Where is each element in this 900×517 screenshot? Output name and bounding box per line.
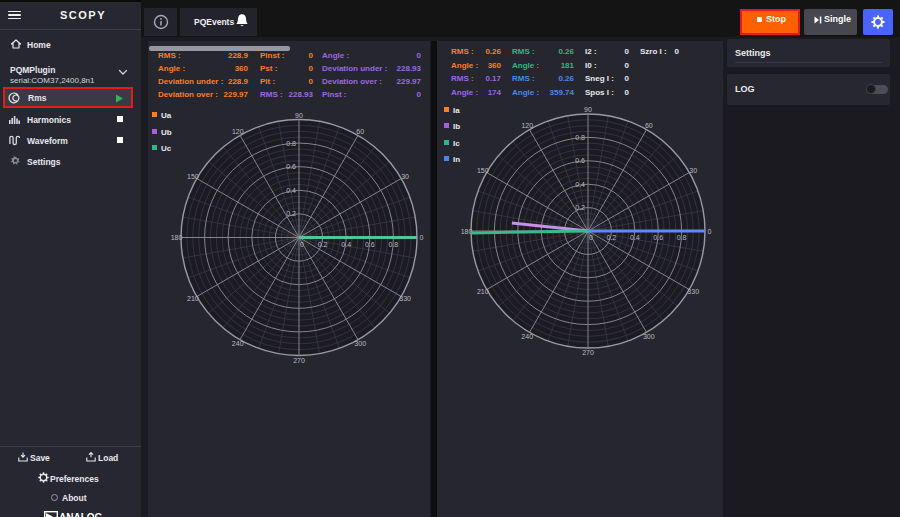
svg-text:240: 240 — [521, 333, 533, 340]
svg-text:0.8: 0.8 — [575, 134, 585, 141]
svg-text:60: 60 — [356, 128, 364, 135]
svg-text:60: 60 — [645, 122, 653, 129]
svg-text:120: 120 — [521, 122, 533, 129]
svg-text:0.6: 0.6 — [575, 157, 585, 164]
svg-text:0.4: 0.4 — [575, 181, 585, 188]
svg-text:0.8: 0.8 — [677, 234, 687, 241]
svg-text:0: 0 — [589, 234, 593, 241]
svg-text:0.6: 0.6 — [653, 234, 663, 241]
svg-text:0.2: 0.2 — [286, 210, 296, 217]
svg-text:270: 270 — [582, 349, 594, 356]
svg-text:210: 210 — [187, 295, 199, 302]
svg-text:90: 90 — [584, 106, 592, 113]
svg-text:30: 30 — [401, 173, 409, 180]
svg-text:150: 150 — [187, 173, 199, 180]
svg-text:0.2: 0.2 — [607, 234, 617, 241]
svg-text:0.2: 0.2 — [575, 204, 585, 211]
svg-text:180: 180 — [461, 228, 473, 235]
svg-text:240: 240 — [232, 340, 244, 347]
svg-text:300: 300 — [643, 333, 655, 340]
svg-text:0.6: 0.6 — [365, 241, 375, 248]
svg-text:0.4: 0.4 — [286, 187, 296, 194]
svg-text:300: 300 — [354, 340, 366, 347]
svg-text:0: 0 — [300, 241, 304, 248]
svg-text:0.2: 0.2 — [318, 241, 328, 248]
svg-text:90: 90 — [295, 112, 303, 119]
svg-text:0.6: 0.6 — [286, 163, 296, 170]
svg-text:0: 0 — [708, 228, 712, 235]
svg-text:0.8: 0.8 — [286, 140, 296, 147]
svg-text:0.8: 0.8 — [389, 241, 399, 248]
svg-text:180: 180 — [171, 234, 183, 241]
svg-text:30: 30 — [689, 167, 697, 174]
svg-text:0: 0 — [420, 234, 424, 241]
svg-text:120: 120 — [232, 128, 244, 135]
svg-text:330: 330 — [399, 295, 411, 302]
svg-text:0.4: 0.4 — [341, 241, 351, 248]
svg-text:270: 270 — [293, 357, 305, 364]
svg-text:150: 150 — [477, 167, 489, 174]
svg-text:330: 330 — [687, 288, 699, 295]
svg-text:0.4: 0.4 — [630, 234, 640, 241]
svg-text:210: 210 — [477, 288, 489, 295]
